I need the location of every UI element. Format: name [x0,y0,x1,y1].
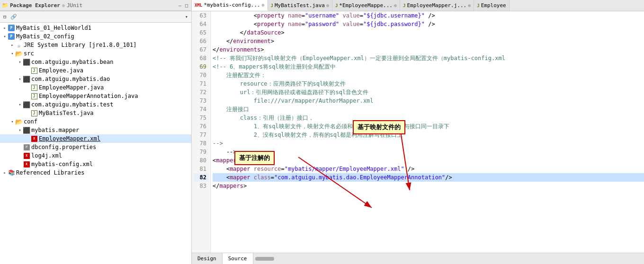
tree-item-employee-java[interactable]: J Employee.java [0,66,191,75]
expand-arrow-mybatis01: ▸ [2,25,8,31]
tree-item-jre[interactable]: ▸ ☕ JRE System Library [jre1.8.0_101] [0,41,191,49]
tree-label-log4j: log4j.xml [31,152,62,159]
line-num-82: 82 [194,173,208,182]
left-panel: ⊟ 🔗 ▾ ▸ P MyBatis_01_HelloWorld1 ▾ [0,11,192,264]
xml-tab-icon: XML [195,3,202,8]
tree-label-employeemapper-xml: EmployeeMapper.xml [39,135,100,142]
collapse-all-btn[interactable]: ⊟ [2,13,8,20]
right-panel: 63 64 65 66 67 68 69 70 71 72 73 74 75 7… [192,11,644,264]
line-numbers: 63 64 65 66 67 68 69 70 71 72 73 74 75 7… [192,11,211,253]
view-menu-btn[interactable]: ▾ [183,13,189,20]
tree-label-mybatis01: MyBatis_01_HelloWorld1 [16,25,91,31]
left-panel-toolbar: ⊟ 🔗 ▾ [0,11,191,23]
tree-label-mybatis02: MyBatis_02_config [16,33,74,40]
tree-item-mybatis02[interactable]: ▾ P MyBatis_02_config [0,32,191,41]
tree-item-employeemapper-xml[interactable]: X EmployeeMapper.xml [0,134,191,143]
code-line-80: <mappers> [213,156,644,165]
expand-arrow-src: ▾ [9,51,15,56]
tree-label-employeemapperannotation-java: EmployeeMapperAnnotation.java [39,93,138,99]
line-num-68: 68 [194,54,208,62]
tree-item-dao[interactable]: ▾ ⬛ com.atguigu.mybatis.dao [0,75,191,83]
line-num-65: 65 [194,28,208,37]
file-tree: ▸ P MyBatis_01_HelloWorld1 ▾ P MyBatis_0… [0,23,191,264]
expand-arrow-bean: ▾ [17,59,23,65]
code-line-76: 1、有sql映射文件，映射文件名必须和接口同名，并且放在与接口同一目录下 [213,122,644,131]
expand-arrow-test: ▾ [17,102,23,107]
tab-employeemappe-close[interactable]: ⊗ [394,3,397,8]
tree-item-mybatis01[interactable]: ▸ P MyBatis_01_HelloWorld1 [0,24,191,32]
tab-employeemapperj-close[interactable]: ⊗ [468,3,471,8]
package-icon-mybatis-mapper: ⬛ [23,126,30,134]
tree-label-mybatistest-java: MyBatisTest.java [39,110,94,116]
code-content[interactable]: <property name="username" value="${jdbc.… [211,11,644,190]
expand-arrow-mybatis02: ▾ [2,34,8,39]
tree-item-employeemapperannotation-java[interactable]: J EmployeeMapperAnnotation.java [0,92,191,100]
tab-mybatistest-label: MyBatisTest.java [275,2,325,9]
panel-maximize-btn[interactable]: □ [184,2,189,9]
tree-item-test[interactable]: ▾ ⬛ com.atguigu.mybatis.test [0,100,191,109]
line-num-77: 77 [194,131,208,139]
horizontal-scrollbar[interactable] [253,253,644,264]
line-num-76: 76 [194,122,208,131]
line-num-72: 72 [194,88,208,97]
line-num-74: 74 [194,105,208,114]
code-line-65: </dataSource> [213,28,644,37]
tree-item-mybatis-mapper[interactable]: ▾ ⬛ mybatis.mapper [0,126,191,134]
line-num-75: 75 [194,114,208,122]
tree-label-bean: com.atguigu.mybatis.bean [31,59,113,65]
folder-icon-src: 📂 [15,50,23,57]
tab-mybatistest-close[interactable]: ⊗ [326,3,329,8]
package-icon-test: ⬛ [23,101,30,108]
tree-item-log4j[interactable]: X log4j.xml [0,151,191,160]
code-line-75: class：引用（注册）接口， [213,114,644,122]
folder-icon-conf: 📂 [15,118,23,125]
code-line-73: file:///var/mapper/AuthorMapper.xml [213,97,644,105]
code-line-71: resource：应用类路径下的sql映射文件 [213,79,644,88]
tab-employeemappe-label: *EmployeeMappe... [339,2,393,9]
expand-arrow-jre: ▸ [9,42,15,48]
tree-item-src[interactable]: ▾ 📂 src [0,49,191,58]
tab-employeemappe[interactable]: J *EmployeeMappe... ⊗ [332,0,400,11]
tree-label-mybatis-config-xml: mybatis-config.xml [31,161,93,167]
tree-label-src: src [24,50,34,57]
editor-tab-bar: 📁 Package Explorer ⊗ JUnit — □ XML *myba… [0,0,644,11]
tree-item-mybatis-config-xml[interactable]: X mybatis-config.xml [0,160,191,168]
tree-item-mybatistest-java[interactable]: J MyBatisTest.java [0,109,191,117]
java-tab-icon-2: J [335,3,338,8]
tree-item-reflibs[interactable]: ▸ 📚 Referenced Libraries [0,168,191,177]
tree-item-employeemapper-java[interactable]: J EmployeeMapper.java [0,83,191,92]
line-num-83: 83 [194,182,208,190]
tree-item-conf[interactable]: ▾ 📂 conf [0,117,191,126]
panel-minimize-btn[interactable]: — [177,2,183,9]
tab-mybatis-config-close[interactable]: ⊗ [261,2,264,8]
line-num-79: 79 [194,148,208,156]
main-container: 📁 Package Explorer ⊗ JUnit — □ XML *myba… [0,0,644,264]
java-tab-icon-3: J [403,3,405,8]
package-icon-bean: ⬛ [23,58,30,66]
tree-item-dbconfig[interactable]: P dbconfig.properties [0,143,191,151]
tree-label-reflibs: Referenced Libraries [16,169,85,176]
code-line-83: </mappers> [213,182,644,190]
code-line-78: --> [213,139,644,148]
xml-icon-employeemapper: X [30,135,38,142]
tab-employeemapperj[interactable]: J EmployeeMapper.j... ⊗ [400,0,474,11]
tab-employee[interactable]: J Employee [474,0,509,11]
java-tab-icon-1: J [271,3,273,8]
line-num-78: 78 [194,139,208,148]
link-with-editor-btn[interactable]: 🔗 [9,13,18,20]
tab-mybatistest[interactable]: J MyBatisTest.java ⊗ [268,0,332,11]
line-num-73: 73 [194,97,208,105]
tab-mybatis-config[interactable]: XML *mybatis-config... ⊗ [192,0,268,11]
editor-scroll-wrapper[interactable]: 63 64 65 66 67 68 69 70 71 72 73 74 75 7… [192,11,644,253]
code-line-74: 注册接口 [213,105,644,114]
code-line-81: <mapper resource="mybatis/mapper/Employe… [213,165,644,173]
project-icon-mybatis02: P [8,33,15,40]
junit-tab[interactable]: JUnit [67,2,82,9]
tab-source[interactable]: Source [223,253,253,264]
package-icon-dao: ⬛ [23,75,30,83]
tree-item-bean[interactable]: ▾ ⬛ com.atguigu.mybatis.bean [0,58,191,66]
tree-label-employeemapper-java: EmployeeMapper.java [39,84,104,91]
tree-label-dbconfig: dbconfig.properties [31,144,96,150]
tab-design[interactable]: Design [192,253,223,264]
tree-label-jre: JRE System Library [jre1.8.0_101] [24,42,136,48]
